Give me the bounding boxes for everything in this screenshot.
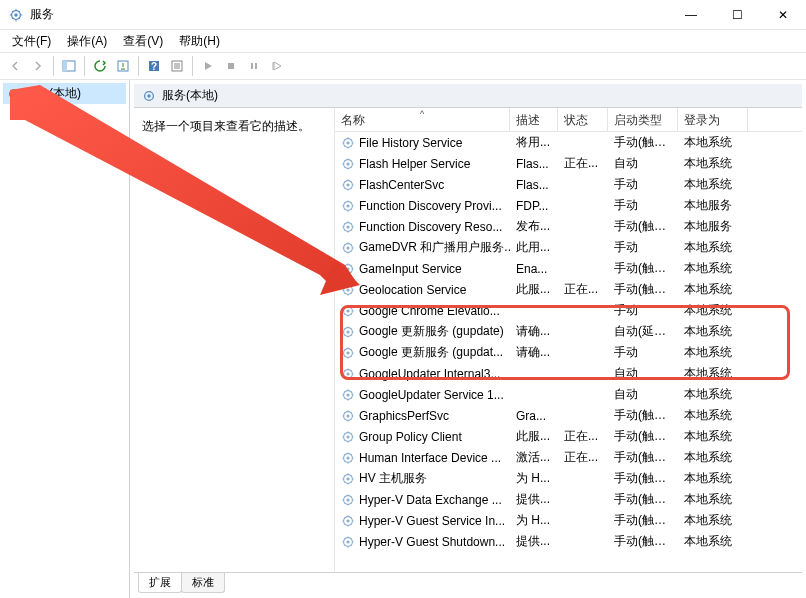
cell-desc: 此服...	[510, 279, 558, 300]
restart-button[interactable]	[266, 55, 288, 77]
toolbar-separator	[53, 56, 54, 76]
export-button[interactable]	[112, 55, 134, 77]
app-icon	[8, 7, 24, 23]
service-row[interactable]: HV 主机服务为 H...手动(触发...本地系统	[335, 468, 802, 489]
cell-logon: 本地系统	[678, 321, 748, 342]
cell-logon: 本地服务	[678, 195, 748, 216]
cell-startup: 手动(触发...	[608, 216, 678, 237]
cell-startup: 自动	[608, 384, 678, 405]
service-row[interactable]: Hyper-V Guest Service In...为 H...手动(触发..…	[335, 510, 802, 531]
gear-icon	[341, 430, 355, 444]
svg-point-16	[12, 92, 16, 96]
service-row[interactable]: Google 更新服务 (gupdate)请确...自动(延迟...本地系统	[335, 321, 802, 342]
svg-point-1	[14, 13, 18, 17]
tab-standard[interactable]: 标准	[181, 573, 225, 593]
gear-icon	[341, 283, 355, 297]
tree-root-services[interactable]: 服务(本地)	[3, 83, 126, 104]
refresh-button[interactable]	[89, 55, 111, 77]
svg-point-46	[346, 414, 349, 417]
toolbar-separator	[192, 56, 193, 76]
service-row[interactable]: Hyper-V Guest Shutdown...提供...手动(触发...本地…	[335, 531, 802, 552]
column-name[interactable]: 名称^	[335, 108, 510, 131]
service-row[interactable]: Google Chrome Elevatio...手动本地系统	[335, 300, 802, 321]
cell-startup: 手动(触发...	[608, 258, 678, 279]
service-row[interactable]: GameInput ServiceEna...手动(触发...本地系统	[335, 258, 802, 279]
service-row[interactable]: GameDVR 和广播用户服务...此用...手动本地系统	[335, 237, 802, 258]
cell-startup: 手动	[608, 300, 678, 321]
column-logon[interactable]: 登录为	[678, 108, 748, 131]
cell-logon: 本地系统	[678, 531, 748, 552]
service-row[interactable]: Function Discovery Reso...发布...手动(触发...本…	[335, 216, 802, 237]
svg-point-26	[346, 204, 349, 207]
stop-button[interactable]	[220, 55, 242, 77]
cell-startup: 手动	[608, 195, 678, 216]
right-pane: 服务(本地) 选择一个项目来查看它的描述。 名称^ 描述 状态 启动类型 登录为…	[130, 80, 806, 598]
tab-extended[interactable]: 扩展	[138, 573, 182, 593]
maximize-button[interactable]: ☐	[714, 0, 760, 30]
menu-action[interactable]: 操作(A)	[59, 30, 115, 53]
minimize-button[interactable]: —	[668, 0, 714, 30]
cell-status	[558, 309, 608, 313]
sort-ascending-icon: ^	[420, 109, 424, 119]
pause-button[interactable]	[243, 55, 265, 77]
service-row[interactable]: FlashCenterSvcFlas...手动本地系统	[335, 174, 802, 195]
svg-point-18	[147, 94, 151, 98]
svg-point-50	[346, 456, 349, 459]
column-status[interactable]: 状态	[558, 108, 608, 131]
gear-icon	[341, 535, 355, 549]
cell-status: 正在...	[558, 447, 608, 468]
back-button[interactable]	[4, 55, 26, 77]
forward-button[interactable]	[27, 55, 49, 77]
cell-desc: 提供...	[510, 489, 558, 510]
cell-desc: 请确...	[510, 321, 558, 342]
service-row[interactable]: File History Service将用...手动(触发...本地系统	[335, 132, 802, 153]
window-controls: — ☐ ✕	[668, 0, 806, 30]
svg-point-32	[346, 267, 349, 270]
service-row[interactable]: GraphicsPerfSvcGra...手动(触发...本地系统	[335, 405, 802, 426]
service-row[interactable]: GoogleUpdater Internal3...自动本地系统	[335, 363, 802, 384]
properties-button[interactable]	[166, 55, 188, 77]
help-button[interactable]: ?	[143, 55, 165, 77]
column-startup[interactable]: 启动类型	[608, 108, 678, 131]
cell-logon: 本地系统	[678, 342, 748, 363]
cell-status	[558, 540, 608, 544]
service-row[interactable]: Group Policy Client此服...正在...手动(触发...本地系…	[335, 426, 802, 447]
cell-status	[558, 330, 608, 334]
tree-pane: 服务(本地)	[0, 80, 130, 598]
svg-rect-11	[228, 63, 234, 69]
close-button[interactable]: ✕	[760, 0, 806, 30]
cell-desc: 此服...	[510, 426, 558, 447]
cell-status	[558, 498, 608, 502]
cell-logon: 本地系统	[678, 426, 748, 447]
cell-desc: 提供...	[510, 531, 558, 552]
service-row[interactable]: Flash Helper ServiceFlas...正在...自动本地系统	[335, 153, 802, 174]
service-row[interactable]: Human Interface Device ...激活...正在...手动(触…	[335, 447, 802, 468]
show-hide-tree-button[interactable]	[58, 55, 80, 77]
menu-help[interactable]: 帮助(H)	[171, 30, 228, 53]
cell-name: Function Discovery Reso...	[335, 218, 510, 236]
menu-view[interactable]: 查看(V)	[115, 30, 171, 53]
start-button[interactable]	[197, 55, 219, 77]
gear-icon	[341, 409, 355, 423]
cell-desc: Flas...	[510, 155, 558, 173]
cell-logon: 本地服务	[678, 216, 748, 237]
service-row[interactable]: GoogleUpdater Service 1...自动本地系统	[335, 384, 802, 405]
service-row[interactable]: Function Discovery Provi...FDP...手动本地服务	[335, 195, 802, 216]
cell-startup: 自动	[608, 363, 678, 384]
list-pane: 名称^ 描述 状态 启动类型 登录为 File History Service将…	[334, 108, 802, 572]
cell-desc: 请确...	[510, 342, 558, 363]
cell-name: GoogleUpdater Internal3...	[335, 365, 510, 383]
list-body[interactable]: File History Service将用...手动(触发...本地系统Fla…	[335, 132, 802, 572]
cell-name: GameDVR 和广播用户服务...	[335, 237, 510, 258]
column-description[interactable]: 描述	[510, 108, 558, 131]
svg-point-54	[346, 498, 349, 501]
cell-startup: 手动(触发...	[608, 426, 678, 447]
service-row[interactable]: Geolocation Service此服...正在...手动(触发...本地系…	[335, 279, 802, 300]
cell-name: Hyper-V Guest Shutdown...	[335, 533, 510, 551]
cell-name: Geolocation Service	[335, 281, 510, 299]
service-row[interactable]: Hyper-V Data Exchange ...提供...手动(触发...本地…	[335, 489, 802, 510]
cell-name: HV 主机服务	[335, 468, 510, 489]
cell-logon: 本地系统	[678, 405, 748, 426]
service-row[interactable]: Google 更新服务 (gupdat...请确...手动本地系统	[335, 342, 802, 363]
menu-file[interactable]: 文件(F)	[4, 30, 59, 53]
